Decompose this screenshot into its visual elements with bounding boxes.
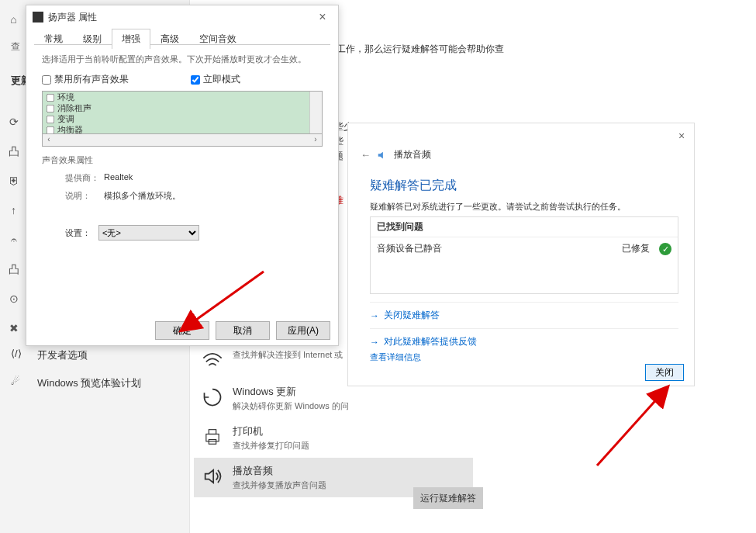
dialog-titlebar[interactable]: 扬声器 属性 × (26, 5, 338, 29)
sidebar-glyph-7[interactable]: 凸 (0, 254, 27, 284)
scroll-right-icon[interactable]: › (309, 134, 322, 146)
ok-button[interactable]: 确定 (155, 321, 209, 340)
effect-item-eq[interactable]: 均衡器 (43, 124, 322, 134)
found-problems-box: 已找到问题 音频设备已静音 已修复 ✓ (370, 216, 678, 294)
wizard-title: 疑难解答已完成 (370, 178, 457, 194)
dialog-title: 扬声器 属性 (48, 12, 97, 22)
problem-name: 音频设备已静音 (377, 242, 622, 255)
settings-key: 设置： (65, 227, 91, 239)
arrow-icon: → (370, 337, 379, 348)
close-icon[interactable]: × (672, 126, 691, 145)
found-box-header: 已找到问题 (371, 217, 678, 237)
arrow-icon: → (370, 310, 379, 321)
sidebar-glyph-3[interactable]: 凸 (0, 137, 27, 166)
speaker-properties-dialog: 扬声器 属性 × 常规 级别 增强 高级 空间音效 选择适用于当前聆听配置的声音… (26, 5, 339, 346)
sidebar-item-insider[interactable]: ☄ Windows 预览体验计划 (0, 369, 189, 397)
developer-icon: ⟨/⟩ (11, 348, 25, 362)
speaker-icon (202, 466, 223, 487)
tab-enhance[interactable]: 增强 (112, 29, 150, 49)
desc-value: 模拟多个播放环境。 (104, 190, 181, 202)
found-problem-row: 音频设备已静音 已修复 ✓ (371, 237, 678, 260)
link-label: 关闭疑难解答 (384, 309, 440, 322)
troubleshooter-wizard: × ← 播放音频 疑难解答已完成 疑难解答已对系统进行了一些更改。请尝试之前曾尝… (347, 123, 695, 386)
sidebar-glyph-9[interactable]: ✖ (0, 313, 27, 343)
apply-button[interactable]: 应用(A) (276, 321, 330, 340)
trouble-desc: 解决妨碍你更新 Windows 的问 (233, 400, 473, 412)
desc-key: 说明： (65, 190, 104, 202)
wizard-action-links: → 关闭疑难解答 → 对此疑难解答提供反馈 (370, 302, 678, 355)
check-icon: ✓ (659, 243, 671, 255)
trouble-title: 打印机 (233, 424, 473, 438)
checkbox-label: 立即模式 (203, 73, 240, 86)
settings-dropdown-row: 设置： <无> (42, 225, 323, 241)
update-icon (202, 386, 223, 408)
sidebar-search-partial[interactable]: 查 (11, 40, 20, 54)
run-troubleshooter-button[interactable]: 运行疑难解答 (413, 487, 483, 509)
enhance-description: 选择适用于当前聆听配置的声音效果。下次开始播放时更改才会生效。 (42, 54, 323, 65)
listbox-hscrollbar[interactable]: ‹ › (42, 134, 323, 147)
home-icon[interactable]: ⌂ (0, 5, 27, 34)
wizard-header: ← 播放音频 (361, 148, 431, 161)
sidebar-item-label: 开发者选项 (37, 349, 88, 361)
trouble-title: 播放音频 (233, 464, 473, 478)
effect-item-environment[interactable]: 环境 (43, 92, 322, 102)
settings-select[interactable]: <无> (98, 225, 199, 241)
effect-label: 变调 (57, 114, 74, 123)
svg-rect-0 (206, 434, 219, 441)
provider-value: Realtek (104, 172, 133, 184)
speaker-small-icon (33, 12, 43, 22)
sidebar-glyph-6[interactable]: 𝄐 (0, 225, 27, 254)
disable-effects-checkbox[interactable]: 禁用所有声音效果 (42, 73, 129, 86)
sidebar-glyph-8[interactable]: ⊙ (0, 284, 27, 313)
effect-props-label: 声音效果属性 (42, 154, 323, 166)
printer-icon (202, 426, 223, 448)
sidebar-item-label: Windows 预览体验计划 (37, 377, 141, 389)
close-button[interactable]: 关闭 (645, 364, 684, 381)
effect-label: 消除租声 (57, 103, 91, 112)
close-icon[interactable]: × (307, 5, 338, 29)
checkbox-label: 禁用所有声音效果 (54, 73, 129, 86)
provider-key: 提供商： (65, 172, 104, 184)
description-row: 说明： 模拟多个播放环境。 (42, 190, 323, 202)
feedback-link[interactable]: → 对此疑难解答提供反馈 (370, 328, 678, 355)
settings-intro-text: 正常工作，那么运行疑难解答可能会帮助你查 (318, 43, 504, 56)
svg-rect-1 (209, 430, 216, 434)
wizard-head-title: 播放音频 (394, 148, 431, 161)
sidebar-glyph-2[interactable]: ⟳ (0, 107, 27, 137)
close-troubleshooter-link[interactable]: → 关闭疑难解答 (370, 302, 678, 328)
trouble-title: Windows 更新 (233, 385, 473, 399)
back-icon[interactable]: ← (361, 149, 371, 161)
effect-label: 均衡器 (57, 125, 83, 134)
view-details-link[interactable]: 查看详细信息 (370, 351, 421, 363)
link-label: 对此疑难解答提供反馈 (384, 335, 477, 348)
effects-listbox[interactable]: 环境 消除租声 变调 均衡器 (42, 91, 323, 134)
sidebar-glyph-5[interactable]: ↑ (0, 196, 27, 225)
audio-small-icon (377, 150, 388, 161)
effect-label: 环境 (57, 92, 74, 102)
insider-icon: ☄ (11, 376, 25, 389)
trouble-desc: 查找并修复打印问题 (233, 440, 473, 452)
problem-status: 已修复 (622, 242, 650, 255)
listbox-vscrollbar[interactable] (309, 92, 322, 133)
trouble-item-printer[interactable]: 打印机 查找并修复打印问题 (194, 418, 473, 458)
effect-item-pitch[interactable]: 变调 (43, 113, 322, 124)
instant-mode-checkbox[interactable]: 立即模式 (191, 73, 240, 86)
cancel-button[interactable]: 取消 (216, 321, 270, 340)
dialog-footer: 确定 取消 应用(A) (26, 317, 338, 345)
scroll-left-icon[interactable]: ‹ (43, 134, 55, 146)
dialog-body: 选择适用于当前聆听配置的声音效果。下次开始播放时更改才会生效。 禁用所有声音效果… (34, 46, 330, 317)
wizard-subtitle: 疑难解答已对系统进行了一些更改。请尝试之前曾尝试执行的任务。 (370, 201, 626, 213)
provider-row: 提供商： Realtek (42, 172, 323, 184)
sidebar-glyph-4[interactable]: ⛨ (0, 166, 27, 196)
effect-item-noise[interactable]: 消除租声 (43, 102, 322, 113)
wifi-icon (202, 349, 223, 371)
